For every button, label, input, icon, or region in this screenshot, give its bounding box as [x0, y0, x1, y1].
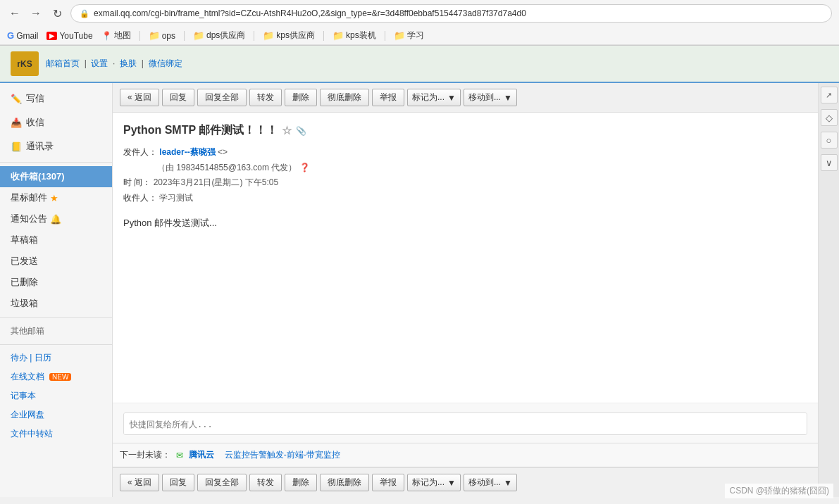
reply-all-button-bottom[interactable]: 回复全部	[197, 474, 247, 491]
quick-reply-input[interactable]	[123, 412, 807, 435]
side-icon-circle[interactable]: ○	[821, 132, 838, 149]
nav-settings[interactable]: 设置	[91, 58, 108, 68]
next-email-bar: 下一封未读： ✉ 腾讯云 云监控告警触发-前端-带宽监控	[113, 443, 818, 467]
subject-text: Python SMTP 邮件测试！！！	[123, 123, 278, 138]
forward-button[interactable]: →	[28, 6, 44, 21]
sidebar-link-todo[interactable]: 待办 | 日历	[0, 348, 112, 367]
bookmark-kps2[interactable]: 📁 kps装机	[333, 30, 376, 42]
bookmark-gmail[interactable]: G Gmail	[7, 30, 38, 41]
bookmark-maps[interactable]: 📍 地图	[101, 30, 131, 42]
back-button[interactable]: « 返回	[120, 89, 159, 106]
contacts-icon: 📒	[11, 141, 22, 152]
time-label: 时 间：	[123, 177, 151, 187]
bookmark-dps[interactable]: 📁 dps供应商	[193, 30, 245, 42]
move-to-label: 移动到...	[468, 92, 501, 103]
bookmark-youtube-label: YouTube	[59, 31, 92, 41]
sidebar-item-starred[interactable]: 星标邮件 ★	[0, 187, 112, 208]
angle-brackets: <>	[218, 147, 228, 157]
move-to-label-bottom: 移动到...	[468, 477, 501, 489]
map-icon: 📍	[101, 31, 112, 41]
email-icon: ✉	[176, 451, 183, 460]
sidebar-contacts[interactable]: 📒 通讯录	[0, 134, 112, 158]
report-button[interactable]: 举报	[372, 89, 404, 106]
move-to-dropdown-bottom[interactable]: 移动到... ▼	[464, 474, 517, 491]
mark-as-dropdown[interactable]: 标记为... ▼	[407, 89, 461, 106]
inbox-icon: 📥	[11, 118, 22, 128]
move-to-arrow: ▼	[504, 93, 512, 103]
sidebar-link-disk[interactable]: 企业网盘	[0, 405, 112, 424]
reply-button[interactable]: 回复	[162, 89, 194, 106]
mark-as-arrow: ▼	[447, 93, 456, 103]
reply-all-button[interactable]: 回复全部	[197, 89, 247, 106]
contacts-label: 通讯录	[26, 140, 54, 153]
bookmark-youtube[interactable]: ▶ YouTube	[46, 31, 92, 41]
forward-button[interactable]: 转发	[249, 89, 282, 106]
new-badge: NEW	[49, 373, 71, 381]
side-icon-down[interactable]: ∨	[821, 154, 838, 171]
folder-icon4: 📁	[333, 30, 344, 41]
bookmarks-bar: G Gmail ▶ YouTube 📍 地图 📁 ops 📁 dps供应商 📁 …	[0, 27, 839, 45]
sidebar-link-notes[interactable]: 记事本	[0, 386, 112, 405]
star-button[interactable]: ☆	[282, 124, 292, 137]
sidebar-item-sent[interactable]: 已发送	[0, 251, 112, 272]
back-button-bottom[interactable]: « 返回	[120, 474, 159, 491]
bookmark-kps[interactable]: 📁 kps供应商	[263, 30, 315, 42]
notices-label: 通知公告	[11, 213, 47, 225]
bookmark-ops-label: ops	[162, 31, 175, 41]
bookmark-kps2-label: kps装机	[346, 30, 376, 42]
perm-delete-button-bottom[interactable]: 彻底删除	[320, 474, 369, 491]
time-value: 2023年3月21日(星期二) 下午5:05	[154, 177, 278, 187]
move-to-dropdown[interactable]: 移动到... ▼	[464, 89, 517, 106]
divider3	[254, 31, 254, 41]
email-subject: Python SMTP 邮件测试！！！ ☆ 📎	[123, 123, 807, 138]
report-button-bottom[interactable]: 举报	[372, 474, 404, 491]
nav-wechat[interactable]: 微信绑定	[149, 58, 182, 68]
bookmark-study[interactable]: 📁 学习	[394, 30, 424, 42]
other-mailbox-section: 其他邮箱	[0, 322, 112, 341]
bookmark-ops[interactable]: 📁 ops	[149, 30, 175, 41]
forward-button-bottom[interactable]: 转发	[249, 474, 282, 491]
meta-from: 发件人： leader--蔡晓强 <>	[123, 145, 807, 160]
bell-icon: 🔔	[50, 214, 61, 225]
folder-icon: 📁	[149, 30, 160, 41]
youtube-icon: ▶	[46, 32, 57, 40]
google-icon: G	[7, 30, 14, 41]
next-email-link[interactable]: 腾讯云 云监控告警触发-前端-带宽监控	[189, 449, 340, 461]
sent-label: 已发送	[11, 255, 38, 267]
folder-icon3: 📁	[263, 30, 274, 41]
sidebar-item-trash[interactable]: 垃圾箱	[0, 293, 112, 314]
sidebar-link-docs[interactable]: 在线文档 NEW	[0, 367, 112, 386]
sidebar-compose[interactable]: ✏️ 写信	[0, 87, 112, 111]
reply-button-bottom[interactable]: 回复	[162, 474, 194, 491]
nav-mailbox-home[interactable]: 邮箱首页	[46, 58, 80, 68]
compose-icon: ✏️	[11, 94, 22, 104]
sidebar-item-inbox[interactable]: 收件箱(1307)	[0, 166, 112, 187]
bookmark-kps-label: kps供应商	[276, 30, 315, 42]
side-icon-diamond[interactable]: ◇	[821, 109, 838, 126]
sidebar-receive[interactable]: 📥 收信	[0, 111, 112, 134]
refresh-button[interactable]: ↻	[49, 6, 65, 21]
delete-button[interactable]: 删除	[285, 89, 317, 106]
back-button[interactable]: ←	[7, 6, 23, 21]
delete-button-bottom[interactable]: 删除	[285, 474, 317, 491]
sender-name[interactable]: leader--蔡晓强	[159, 147, 215, 157]
address-bar[interactable]: 🔒 exmail.qq.com/cgi-bin/frame_html?sid=C…	[70, 4, 832, 23]
browser-toolbar: ← → ↻ 🔒 exmail.qq.com/cgi-bin/frame_html…	[0, 0, 839, 27]
sidebar-item-drafts[interactable]: 草稿箱	[0, 229, 112, 251]
email-paragraph: Python 邮件发送测试...	[123, 216, 807, 231]
email-header-area: rKS 邮箱首页 | 设置 · 换肤 | 微信绑定	[0, 46, 839, 83]
perm-delete-button[interactable]: 彻底删除	[320, 89, 369, 106]
drafts-label: 草稿箱	[11, 234, 38, 246]
from-label: 发件人：	[123, 147, 157, 157]
sidebar-item-deleted[interactable]: 已删除	[0, 272, 112, 293]
todo-label: 待办 | 日历	[11, 352, 51, 364]
mark-as-dropdown-bottom[interactable]: 标记为... ▼	[407, 474, 461, 491]
sidebar-item-notices[interactable]: 通知公告 🔔	[0, 208, 112, 229]
sidebar-link-transfer[interactable]: 文件中转站	[0, 424, 112, 443]
deleted-label: 已删除	[11, 276, 38, 289]
to-label: 收件人：	[123, 193, 157, 203]
clip-icon: 📎	[296, 126, 306, 136]
nav-skin[interactable]: 换肤	[120, 58, 137, 68]
side-icon-expand[interactable]: ↗	[821, 87, 838, 103]
mark-as-label: 标记为...	[412, 92, 445, 103]
